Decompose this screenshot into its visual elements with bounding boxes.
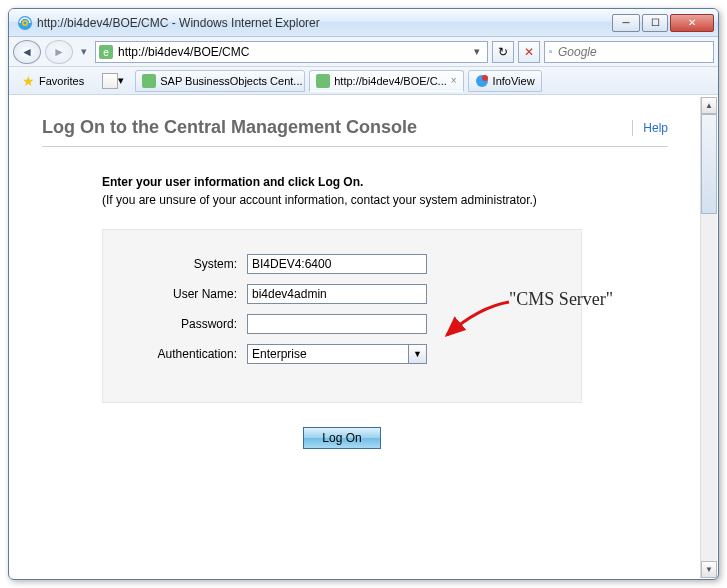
authentication-value: Enterprise — [248, 347, 408, 361]
password-input[interactable] — [247, 314, 427, 334]
svg-text:e: e — [103, 47, 109, 58]
google-icon: G — [549, 44, 554, 60]
system-label: System: — [127, 257, 247, 271]
intro-rest: (If you are unsure of your account infor… — [102, 193, 537, 207]
system-input[interactable] — [247, 254, 427, 274]
search-input[interactable] — [558, 45, 709, 59]
refresh-button[interactable]: ↻ — [492, 41, 514, 63]
tab-label: InfoView — [493, 75, 535, 87]
divider — [632, 120, 633, 136]
username-input[interactable] — [247, 284, 427, 304]
favorites-bar: ★Favorites ▾ SAP BusinessObjects Cent...… — [9, 67, 718, 95]
intro-bold: Enter your user information and click Lo… — [102, 175, 363, 189]
grid-icon — [102, 73, 118, 89]
tab-label: SAP BusinessObjects Cent... — [160, 75, 302, 87]
svg-text:G: G — [549, 49, 552, 53]
page-icon: e — [98, 44, 114, 60]
search-box[interactable]: G — [544, 41, 714, 63]
address-bar[interactable]: e ▾ — [95, 41, 488, 63]
page-title: Log On to the Central Management Console — [42, 117, 622, 138]
maximize-button[interactable]: ☐ — [642, 14, 668, 32]
annotation-text: "CMS Server" — [509, 289, 613, 310]
tab-icon — [142, 74, 156, 88]
tab-icon — [316, 74, 330, 88]
tab-infoview[interactable]: InfoView — [468, 70, 542, 92]
ie-logo-icon — [17, 15, 33, 31]
address-dropdown-icon[interactable]: ▾ — [469, 45, 485, 58]
tab-cmc-active[interactable]: http://bi4dev4/BOE/C... × — [309, 70, 463, 92]
titlebar: http://bi4dev4/BOE/CMC - Windows Interne… — [9, 9, 718, 37]
nav-toolbar: ◄ ► ▾ e ▾ ↻ ✕ G — [9, 37, 718, 67]
intro-text: Enter your user information and click Lo… — [102, 173, 668, 209]
vertical-scrollbar[interactable]: ▲ ▼ — [700, 97, 717, 578]
minimize-button[interactable]: ─ — [612, 14, 640, 32]
page-content: Log On to the Central Management Console… — [10, 97, 700, 578]
tab-close-icon[interactable]: × — [451, 75, 457, 86]
window-title: http://bi4dev4/BOE/CMC - Windows Interne… — [37, 16, 610, 30]
svg-point-9 — [482, 75, 488, 81]
scroll-up-button[interactable]: ▲ — [701, 97, 717, 114]
username-label: User Name: — [127, 287, 247, 301]
scroll-down-button[interactable]: ▼ — [701, 561, 717, 578]
authentication-label: Authentication: — [127, 347, 247, 361]
help-link[interactable]: Help — [643, 121, 668, 135]
tab-sap-businessobjects[interactable]: SAP BusinessObjects Cent... — [135, 70, 305, 92]
tab-icon — [475, 74, 489, 88]
chevron-down-icon[interactable]: ▼ — [408, 345, 426, 363]
favorites-label: Favorites — [39, 75, 84, 87]
close-button[interactable]: ✕ — [670, 14, 714, 32]
tab-label: http://bi4dev4/BOE/C... — [334, 75, 447, 87]
logon-button[interactable]: Log On — [303, 427, 380, 449]
forward-button[interactable]: ► — [45, 40, 73, 64]
password-label: Password: — [127, 317, 247, 331]
logon-form-panel: System: User Name: Password: Authenticat… — [102, 229, 582, 403]
svg-rect-6 — [142, 74, 156, 88]
scroll-thumb[interactable] — [701, 114, 717, 214]
stop-button[interactable]: ✕ — [518, 41, 540, 63]
svg-rect-7 — [316, 74, 330, 88]
nav-history-dropdown[interactable]: ▾ — [77, 40, 91, 64]
address-input[interactable] — [118, 45, 469, 59]
favorites-button[interactable]: ★Favorites — [15, 70, 91, 92]
star-icon: ★ — [22, 73, 35, 89]
authentication-select[interactable]: Enterprise ▼ — [247, 344, 427, 364]
tab-grid-button[interactable]: ▾ — [95, 70, 131, 92]
back-button[interactable]: ◄ — [13, 40, 41, 64]
